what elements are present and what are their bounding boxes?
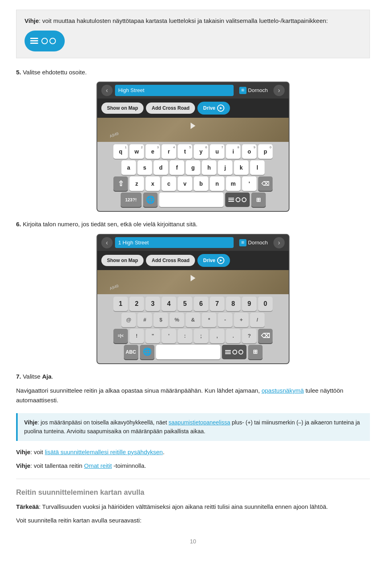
- keyboard-1: q1 w2 e3 r4 t5 y6 u7 i8 o9 p0 a s d f g …: [97, 142, 289, 211]
- play-button-1[interactable]: [97, 119, 289, 132]
- kb-abc-btn[interactable]: ABC: [124, 345, 138, 359]
- kb-key-d[interactable]: d: [154, 160, 168, 175]
- back-button-1[interactable]: [101, 85, 113, 96]
- lisää-pysähdys-link[interactable]: lisätä suunnittelemallesi reitille pysäh…: [45, 449, 162, 455]
- map-pin-icons: [41, 38, 56, 44]
- drive-button-1[interactable]: Drive ➤: [197, 102, 230, 115]
- kb-key-globe[interactable]: 🌐: [143, 193, 158, 207]
- kb-key-b[interactable]: b: [194, 176, 208, 191]
- address-field-1: High Street: [115, 85, 234, 96]
- hint-3: Vihje: voit lisätä suunnittelemallesi re…: [16, 447, 370, 457]
- kb-sym-amp[interactable]: &: [186, 313, 200, 327]
- kb-key-a[interactable]: a: [121, 160, 136, 175]
- add-cross-road-button-1[interactable]: Add Cross Road: [146, 102, 195, 114]
- kb-sym-question[interactable]: ?: [242, 329, 257, 343]
- kb-sym-hash[interactable]: #: [138, 313, 152, 327]
- page-number: 10: [16, 537, 370, 546]
- step-5: 5. Valitse ehdotettu osoite. High Street…: [16, 68, 370, 212]
- hint-3-bold: Vihje: [16, 449, 31, 455]
- omat-reitit-link[interactable]: Omat reitit: [84, 462, 112, 469]
- kb-sym-squote[interactable]: ': [162, 329, 176, 343]
- forward-button-2[interactable]: [273, 237, 285, 248]
- kb-sym-slash[interactable]: /: [250, 313, 265, 327]
- device-top-bar-1: High Street ⊞ Dornoch: [97, 82, 289, 98]
- kb-key-apostrophe[interactable]: ': [242, 176, 257, 191]
- saapumistietopaneeli-link[interactable]: saapumistietopaneelissa: [168, 419, 230, 426]
- back-button-2[interactable]: [101, 237, 113, 248]
- kb-num-4[interactable]: 4: [162, 297, 176, 311]
- destination-field-1: ⊞ Dornoch: [236, 85, 271, 96]
- kb-key-e[interactable]: e3: [146, 144, 160, 159]
- kb-key-y[interactable]: y6: [194, 144, 208, 159]
- kb-key-q[interactable]: q1: [113, 144, 128, 159]
- kb-key-w[interactable]: w2: [129, 144, 144, 159]
- show-on-map-button-1[interactable]: Show on Map: [101, 102, 144, 114]
- kb-key-x[interactable]: x: [146, 176, 160, 191]
- add-cross-road-button-2[interactable]: Add Cross Road: [146, 255, 195, 266]
- kb-key-f[interactable]: f: [170, 160, 184, 175]
- kb-num-6[interactable]: 6: [194, 297, 208, 311]
- kb-key-l[interactable]: l: [250, 160, 265, 175]
- kb-sym-star[interactable]: *: [202, 313, 216, 327]
- kb-sym-eqlbar[interactable]: =|<: [113, 329, 128, 343]
- kb-sym-dot[interactable]: .: [226, 329, 240, 343]
- drive-icon-1: ➤: [217, 104, 224, 112]
- kb-key-h[interactable]: h: [202, 160, 216, 175]
- kb-key-123[interactable]: 123?!: [121, 193, 142, 207]
- kb-num-3[interactable]: 3: [146, 297, 160, 311]
- list-icon: [30, 38, 38, 44]
- kb-num-9[interactable]: 9: [242, 297, 257, 311]
- kb-num-7[interactable]: 7: [210, 297, 224, 311]
- kb-sym-percent[interactable]: %: [170, 313, 184, 327]
- kb-key-k[interactable]: k: [234, 160, 248, 175]
- kb-key-space[interactable]: [159, 193, 224, 207]
- kb-sym-at[interactable]: @: [121, 313, 136, 327]
- step-7-bold: Aja: [42, 373, 51, 380]
- device-screenshot-2: 1 High Street ⊞ Dornoch Show on Map Add …: [96, 234, 290, 364]
- kb-sym-dollar[interactable]: $: [154, 313, 168, 327]
- kb-key-t[interactable]: t5: [178, 144, 192, 159]
- kb-sym-plus[interactable]: +: [234, 313, 248, 327]
- kb-grid-2[interactable]: ⊞: [248, 345, 263, 359]
- kb-num-8[interactable]: 8: [226, 297, 240, 311]
- kb-key-v[interactable]: v: [178, 176, 192, 191]
- kb-sym-comma[interactable]: ,: [210, 329, 224, 343]
- kb-key-r[interactable]: r4: [162, 144, 176, 159]
- kb-sym-excl[interactable]: !: [129, 329, 144, 343]
- kb-sym-minus[interactable]: -: [218, 313, 232, 327]
- kb-row-bottom: 123?! 🌐 ⊞: [100, 193, 286, 207]
- kb-key-s[interactable]: s: [138, 160, 152, 175]
- hint-box-2: Vihje: jos määränpääsi on toisella aikav…: [16, 413, 370, 441]
- kb-key-u[interactable]: u7: [210, 144, 224, 159]
- drive-button-2[interactable]: Drive ➤: [197, 254, 230, 267]
- kb-key-j[interactable]: j: [218, 160, 232, 175]
- keyboard-2: 1 2 3 4 5 6 7 8 9 0 @ # $ % & * - +: [97, 294, 289, 363]
- kb-key-i[interactable]: i8: [226, 144, 240, 159]
- kb-backspace-2[interactable]: ⌫: [258, 329, 273, 343]
- opastusnäkymä-link[interactable]: opastusnäkymä: [261, 387, 304, 394]
- kb-key-o[interactable]: o9: [242, 144, 257, 159]
- play-button-2[interactable]: [97, 272, 289, 284]
- kb-menu-icons-2: [222, 345, 246, 359]
- kb-num-1[interactable]: 1: [113, 297, 128, 311]
- kb-space-2[interactable]: [156, 345, 220, 359]
- kb-globe-2[interactable]: 🌐: [140, 345, 154, 359]
- kb-key-shift[interactable]: ⇧: [113, 176, 128, 191]
- kb-num-5[interactable]: 5: [178, 297, 192, 311]
- kb-key-z[interactable]: z: [129, 176, 144, 191]
- kb-key-n[interactable]: n: [210, 176, 224, 191]
- kb-num-0[interactable]: 0: [258, 297, 273, 311]
- kb-num-2[interactable]: 2: [129, 297, 144, 311]
- kb-key-p[interactable]: p0: [258, 144, 273, 159]
- kb-sym-semi[interactable]: ;: [194, 329, 208, 343]
- kb-sym-colon[interactable]: :: [178, 329, 192, 343]
- forward-button-1[interactable]: [273, 85, 285, 96]
- kb-key-g[interactable]: g: [186, 160, 200, 175]
- kb-key-backspace[interactable]: ⌫: [258, 176, 273, 191]
- kb-key-grid[interactable]: ⊞: [251, 193, 266, 207]
- show-on-map-button-2[interactable]: Show on Map: [101, 255, 144, 266]
- kb-key-c[interactable]: c: [162, 176, 176, 191]
- kb-dots-2: [232, 350, 243, 354]
- kb-sym-dquote[interactable]: ": [146, 329, 160, 343]
- kb-key-m[interactable]: m: [226, 176, 240, 191]
